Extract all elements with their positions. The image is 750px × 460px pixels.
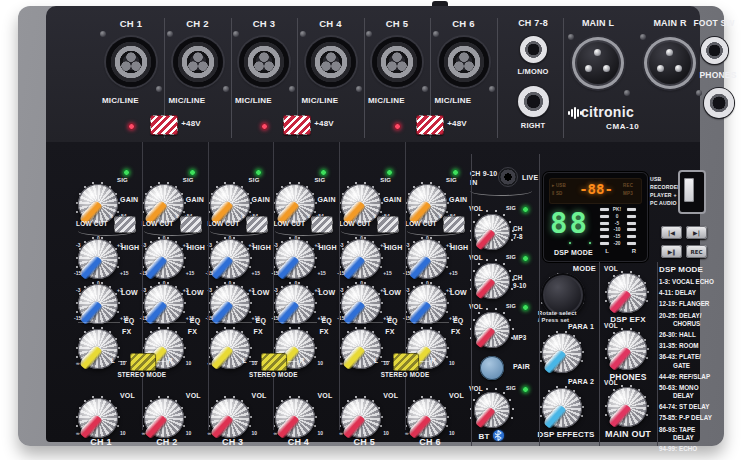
eq-high-knob[interactable] (144, 239, 184, 279)
waveform-icon (568, 107, 582, 119)
divider (273, 142, 274, 430)
vol-label: VOL (120, 392, 135, 401)
main-out-knob[interactable] (607, 387, 647, 427)
phones-jack-label: PHONES (688, 70, 748, 81)
para2-knob[interactable] (542, 388, 582, 428)
aux-vol-knob[interactable] (474, 214, 510, 250)
eq-high-knob[interactable] (210, 239, 250, 279)
knob-pointer-cap (210, 345, 235, 371)
eq-low-knob[interactable] (210, 284, 250, 324)
knob-pointer-cap (276, 414, 301, 440)
screw (300, 31, 306, 37)
channel-strip: SIGGAIN0+54LOW CUTHIGH-30+3-15+15LOW-30+… (405, 156, 471, 448)
high-label: HIGH (253, 244, 271, 253)
eq-label: EQ (387, 317, 398, 326)
meter-bar-left (600, 235, 609, 238)
next-button[interactable]: ▶| (686, 226, 707, 239)
meter-bar-right (627, 235, 636, 238)
eq-low-knob[interactable] (407, 284, 447, 324)
eq-low-knob[interactable] (144, 284, 184, 324)
aux-sig-label: SIG (506, 205, 516, 212)
stereo-right-label: R (431, 357, 436, 365)
eq-label: EQ (321, 317, 332, 326)
meter-bar-left (600, 242, 609, 245)
knob-pointer-cap (144, 414, 169, 440)
bt-vol-knob[interactable] (474, 392, 510, 428)
lmono-label: L/MONO (506, 67, 560, 76)
record-button[interactable]: REC (686, 245, 707, 258)
gain-label: GAIN (186, 196, 204, 205)
channel-strip: SIGGAIN0+54LOW CUTHIGH-30+3-15+15LOW-30+… (76, 156, 142, 448)
eq-low-knob[interactable] (275, 284, 315, 324)
channel-strip: SIGGAIN0+54LOW CUTHIGH-30+3-15+15LOW-30+… (273, 156, 339, 448)
fx-label: FX (254, 328, 263, 337)
channel-vol-knob[interactable] (407, 398, 447, 438)
dsp-effects-label: DSP EFFECTS (534, 430, 598, 440)
stereo-mode-button[interactable] (393, 353, 419, 371)
eq-label: EQ (124, 317, 135, 326)
aux-sig-led (522, 255, 529, 262)
channel-vol-knob[interactable] (341, 398, 381, 438)
jack-panel: CH 1MIC/LINECH 2MIC/LINECH 3MIC/LINECH 4… (46, 6, 700, 142)
bt-text: BT (478, 432, 489, 441)
dsp-mode-list-header: DSP MODE (659, 265, 703, 275)
mic-line-label: MIC/LINE (235, 96, 272, 106)
aux-sig-led (522, 386, 529, 393)
stereo-mode-button[interactable] (130, 353, 156, 371)
vol-label: VOL (449, 392, 464, 401)
screw (489, 86, 495, 92)
section-separator (407, 226, 463, 236)
eq-high-knob[interactable] (407, 239, 447, 279)
usb-mini-display: ▸ USB ‖ SD REC MP3 -88- (549, 178, 642, 204)
aux-vol-knob[interactable] (474, 263, 510, 299)
screw (366, 31, 372, 37)
dsp-mode-list: 1-3: VOCAL ECHO4-11: DELAY12-19: FLANGER… (659, 278, 719, 456)
channel-vol-knob[interactable] (275, 398, 315, 438)
phones-knob[interactable] (607, 330, 647, 370)
eq-high-knob[interactable] (341, 239, 381, 279)
eq-bracket (407, 322, 449, 323)
live-label: LIVE (522, 174, 538, 183)
stereo-mode-button[interactable] (261, 353, 287, 371)
eq-high-knob[interactable] (275, 239, 315, 279)
eq-low-knob[interactable] (341, 284, 381, 324)
sig-led (320, 169, 327, 176)
section-separator (341, 226, 397, 236)
meter-tick-label: -5 (609, 221, 625, 226)
pair-button[interactable] (480, 356, 504, 380)
play-pause-button[interactable]: ▶‖ (661, 245, 682, 258)
ch78-lmono-jack (520, 36, 547, 63)
meter-r-label: R (626, 248, 642, 254)
channel-jack-title: CH 4 (306, 18, 356, 30)
sig-label: SIG (183, 177, 194, 185)
eq-low-knob[interactable] (78, 284, 118, 324)
stereo-mode-label: STEREO MODE (238, 371, 308, 379)
channel-vol-knob[interactable] (144, 398, 184, 438)
channel-label: CH 2 (139, 437, 195, 448)
out-vol-label: VOL (604, 265, 618, 273)
knob-pointer-cap (342, 414, 367, 440)
channel-jack-title: CH 1 (106, 18, 156, 30)
stereo-left-label: L (374, 357, 378, 365)
model-name: CMA-10 (606, 122, 639, 132)
knob-pointer-cap (210, 414, 235, 440)
aux-source-label: CH 7-8 (513, 225, 523, 241)
sig-label: SIG (380, 177, 391, 185)
phantom-led (128, 123, 135, 130)
aux-vol-knob[interactable] (474, 312, 510, 348)
ch78-title: CH 7-8 (508, 18, 558, 29)
channel-vol-knob[interactable] (78, 398, 118, 438)
eq-high-knob[interactable] (78, 239, 118, 279)
low-label: LOW (318, 289, 335, 298)
combo-jack-input (439, 37, 489, 87)
gain-label: GAIN (120, 196, 138, 205)
dsp-efx-knob[interactable] (607, 273, 647, 313)
para1-knob[interactable] (542, 333, 582, 373)
channel-vol-knob[interactable] (210, 398, 250, 438)
stereo-right-label: R (168, 357, 173, 365)
screw (356, 86, 362, 92)
channel-strip: SIGGAIN0+54LOW CUTHIGH-30+3-15+15LOW-30+… (142, 156, 208, 448)
dsp-mode-list-item: 12-19: FLANGER (659, 300, 719, 308)
previous-button[interactable]: |◀ (661, 226, 682, 239)
knob-pointer-cap (542, 349, 567, 375)
